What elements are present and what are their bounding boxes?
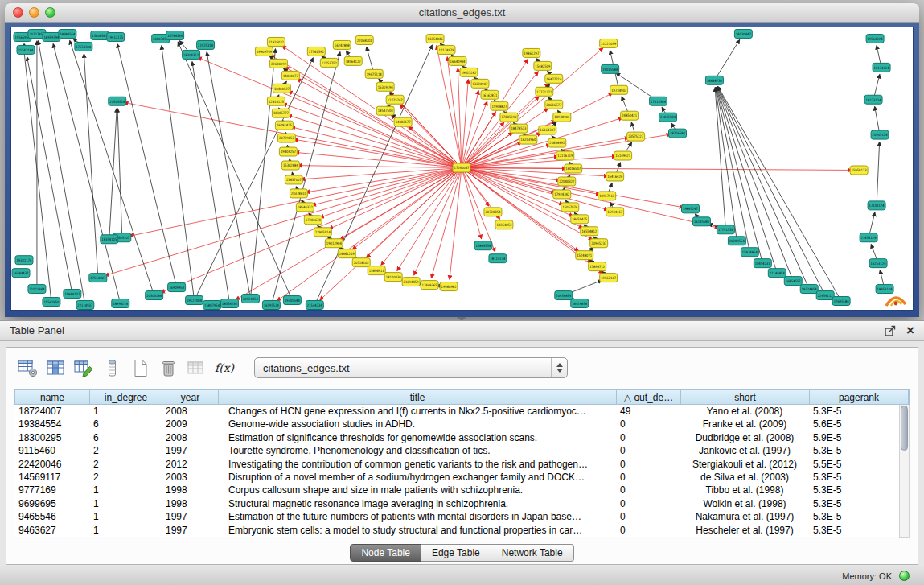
column-header-name[interactable]: name — [15, 390, 90, 404]
tab-node-table[interactable]: Node Table — [350, 544, 421, 562]
column-header-in_degree[interactable]: in_degree — [90, 390, 162, 404]
graph-node[interactable]: 22454112 — [816, 291, 834, 300]
graph-node[interactable]: 22600192 — [269, 59, 287, 68]
graph-node[interactable]: 18400127 — [273, 84, 290, 93]
graph-node[interactable]: 15958123 — [850, 166, 868, 175]
scrollbar-thumb[interactable] — [901, 406, 908, 451]
graph-node[interactable]: 16416424 — [606, 172, 624, 181]
graph-node[interactable]: 19734903 — [610, 85, 628, 94]
graph-node[interactable]: 21453124 — [860, 233, 877, 242]
graph-node[interactable]: 17695584 — [832, 297, 850, 306]
graph-node[interactable]: 18547504 — [376, 106, 394, 115]
graph-node[interactable]: 16242808 — [333, 40, 351, 49]
graph-node[interactable]: 16016507 — [565, 164, 582, 173]
graph-node[interactable]: 19562107 — [600, 274, 618, 282]
graph-node[interactable]: 15844554 — [474, 241, 492, 250]
column-icon[interactable] — [101, 357, 123, 379]
graph-node[interactable]: 18726584 — [669, 129, 687, 138]
table-row[interactable]: 946554611997Estimation of the future num… — [14, 510, 899, 523]
graph-node[interactable]: 19475114 — [365, 69, 383, 78]
close-panel-icon[interactable]: × — [906, 323, 914, 337]
graph-node[interactable]: 16253124 — [869, 259, 887, 268]
edit-table-icon[interactable] — [72, 357, 95, 379]
close-window-button[interactable] — [13, 7, 23, 18]
column-header-pagerank[interactable]: pagerank — [810, 390, 909, 404]
graph-node[interactable]: 16744544 — [166, 31, 184, 39]
graph-node[interactable]: 21144854 — [768, 269, 786, 278]
graph-node[interactable]: 20729852 — [277, 134, 295, 142]
graph-node[interactable]: 18130447 — [734, 29, 752, 38]
graph-node[interactable]: 18264854 — [495, 220, 513, 229]
graph-node[interactable]: 15887954 — [203, 301, 221, 310]
graph-node[interactable]: 21694459 — [402, 278, 420, 286]
graph-node[interactable]: 17761591 — [307, 47, 325, 56]
graph-node[interactable]: 16203960 — [519, 135, 537, 144]
graph-node[interactable]: 18554234 — [221, 299, 239, 308]
graph-node[interactable]: 17924342 — [553, 190, 571, 199]
column-header-title[interactable]: title — [219, 390, 617, 404]
graph-node[interactable]: 17315584 — [650, 97, 667, 105]
graph-node[interactable]: 24850421 — [621, 111, 639, 120]
graph-node[interactable]: 18478523 — [510, 124, 528, 133]
graph-node[interactable]: 20503144 — [146, 291, 163, 300]
graph-node[interactable]: 19324854 — [800, 285, 818, 294]
graph-node[interactable]: 16584437 — [12, 269, 30, 278]
graph-node[interactable]: 15696911 — [368, 266, 385, 275]
graph-node[interactable]: 18459425 — [571, 215, 589, 224]
tab-edge-table[interactable]: Edge Table — [421, 544, 491, 562]
table-row[interactable]: 1938455462009Genome-wide association stu… — [14, 418, 899, 431]
vertical-scrollbar[interactable] — [899, 405, 910, 538]
graph-node[interactable]: 20209554 — [728, 237, 745, 245]
graph-node[interactable]: 19613282 — [460, 68, 478, 76]
graph-node[interactable]: 19331174 — [15, 256, 33, 265]
window-titlebar[interactable]: citations_edges.txt — [5, 3, 919, 23]
graph-node[interactable]: 18384564 — [59, 29, 76, 38]
graph-node[interactable]: 17771272 — [536, 87, 553, 96]
graph-node[interactable]: 18564122 — [344, 56, 362, 65]
graph-node[interactable]: 12775707 — [386, 95, 404, 104]
graph-node[interactable]: 19015584 — [602, 64, 619, 73]
delete-icon[interactable] — [157, 357, 179, 379]
graph-node[interactable]: 20503514 — [109, 97, 126, 105]
graph-node[interactable]: 17554007 — [89, 274, 107, 282]
graph-node[interactable]: 16595524 — [262, 301, 280, 310]
tab-network-table[interactable]: Network Table — [491, 544, 574, 562]
network-table-select[interactable]: citations_edges.txt — [254, 357, 568, 378]
graph-node[interactable]: 19013904 — [325, 239, 343, 248]
graph-node[interactable]: 16640934 — [449, 56, 466, 65]
graph-node[interactable]: 23575227 — [627, 132, 645, 141]
graph-node[interactable]: 21542184 — [17, 45, 35, 54]
graph-node[interactable]: 19564224 — [866, 34, 884, 43]
graph-node[interactable]: 12814125 — [267, 97, 285, 105]
graph-node[interactable]: 20454854 — [555, 291, 573, 300]
graph-node[interactable]: 17103124 — [868, 201, 885, 210]
graph-node[interactable]: 21926032 — [267, 37, 285, 46]
graph-node[interactable]: 12124979 — [437, 45, 455, 54]
graph-node[interactable]: 20903124 — [871, 130, 889, 139]
table-row[interactable]: 946362711997Embryonic stem cells: a mode… — [14, 524, 899, 537]
select-columns-icon[interactable] — [44, 357, 67, 379]
graph-node[interactable]: 19305544 — [283, 296, 301, 305]
graph-node[interactable]: 15134224 — [873, 63, 890, 72]
float-panel-icon[interactable] — [885, 325, 896, 336]
table-row[interactable]: 2242004622012Investigating the contribut… — [14, 458, 899, 471]
graph-node[interactable]: 16934417 — [606, 208, 624, 216]
graph-node[interactable]: 16461219 — [338, 249, 355, 258]
table-row[interactable]: 969969511998Structural magnetic resonanc… — [14, 497, 899, 510]
graph-node[interactable]: 16924854 — [571, 299, 589, 308]
graph-node[interactable]: 20945237 — [590, 239, 608, 248]
table-row[interactable]: 1830029562008Estimation of significance … — [14, 431, 899, 444]
graph-node[interactable]: 15057974 — [561, 203, 579, 212]
graph-node[interactable]: 16162871 — [481, 90, 499, 99]
graph-node[interactable]: 18544332 — [296, 203, 314, 212]
graph-node[interactable]: 16164337 — [539, 126, 556, 134]
column-header-short[interactable]: short — [681, 390, 810, 404]
graph-node[interactable]: 18120430 — [384, 273, 402, 282]
graph-node[interactable]: 19944107 — [64, 290, 81, 299]
graph-node[interactable]: 14082177 — [394, 117, 412, 126]
graph-node[interactable]: 15302884 — [281, 161, 299, 170]
graph-node[interactable]: 17284678 — [304, 216, 322, 225]
graph-node[interactable]: 14040073 — [281, 71, 299, 80]
column-header-year[interactable]: year — [162, 390, 219, 404]
table-settings-icon[interactable] — [16, 357, 39, 379]
